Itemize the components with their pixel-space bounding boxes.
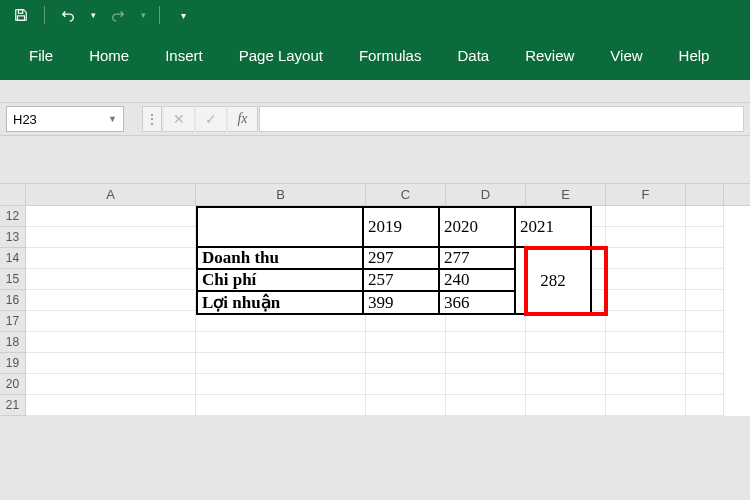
- col-header-b[interactable]: B: [196, 184, 366, 205]
- grid-cell[interactable]: [606, 374, 686, 395]
- grid-cell[interactable]: [686, 290, 724, 311]
- grid-cell[interactable]: [606, 332, 686, 353]
- chevron-down-icon[interactable]: ▼: [108, 114, 117, 124]
- formula-bar-input[interactable]: [259, 106, 744, 132]
- grid-cell[interactable]: [26, 374, 196, 395]
- qat-customize-icon[interactable]: ▾: [170, 2, 196, 28]
- year-header[interactable]: 2020: [439, 207, 515, 247]
- data-cell[interactable]: 257: [363, 269, 439, 291]
- grid-cell[interactable]: [686, 248, 724, 269]
- tab-formulas[interactable]: Formulas: [355, 41, 426, 70]
- row-header[interactable]: 20: [0, 374, 26, 395]
- row-label[interactable]: Chi phí: [197, 269, 363, 291]
- grid-cell[interactable]: [196, 332, 366, 353]
- col-header-e[interactable]: E: [526, 184, 606, 205]
- row-header[interactable]: 21: [0, 395, 26, 416]
- grid-cell[interactable]: [366, 353, 446, 374]
- col-header-a[interactable]: A: [26, 184, 196, 205]
- grid-cell[interactable]: [26, 269, 196, 290]
- grid-cell[interactable]: [526, 353, 606, 374]
- data-cell[interactable]: 277: [439, 247, 515, 269]
- data-cell[interactable]: 399: [363, 291, 439, 314]
- name-box[interactable]: H23 ▼: [6, 106, 124, 132]
- grid-cell[interactable]: [366, 395, 446, 416]
- tab-view[interactable]: View: [606, 41, 646, 70]
- fx-icon[interactable]: fx: [228, 106, 258, 132]
- grid-cell[interactable]: [26, 248, 196, 269]
- grid-cell[interactable]: [526, 374, 606, 395]
- grid-cell[interactable]: [446, 353, 526, 374]
- grid-cell[interactable]: [446, 332, 526, 353]
- grid-cell[interactable]: [446, 374, 526, 395]
- grid-cell[interactable]: [26, 311, 196, 332]
- data-cell[interactable]: 297: [363, 247, 439, 269]
- tab-file[interactable]: File: [25, 41, 57, 70]
- grid-cell[interactable]: [606, 290, 686, 311]
- row-header[interactable]: 17: [0, 311, 26, 332]
- tab-insert[interactable]: Insert: [161, 41, 207, 70]
- grid-cell[interactable]: [686, 332, 724, 353]
- undo-icon[interactable]: [55, 2, 81, 28]
- year-header[interactable]: 2021: [515, 207, 591, 247]
- grid-cell[interactable]: [366, 332, 446, 353]
- col-header-d[interactable]: D: [446, 184, 526, 205]
- col-header-c[interactable]: C: [366, 184, 446, 205]
- grid-cell[interactable]: [26, 395, 196, 416]
- row-header[interactable]: 18: [0, 332, 26, 353]
- tab-review[interactable]: Review: [521, 41, 578, 70]
- undo-dropdown-icon[interactable]: ▾: [87, 2, 99, 28]
- grid-cell[interactable]: [686, 206, 724, 227]
- data-cell[interactable]: 366: [439, 291, 515, 314]
- grid-cell[interactable]: [606, 206, 686, 227]
- grid-cell[interactable]: [196, 395, 366, 416]
- name-box-value: H23: [13, 112, 37, 127]
- grid-cell[interactable]: [366, 374, 446, 395]
- grid-cell[interactable]: [26, 353, 196, 374]
- grid-cell[interactable]: [686, 395, 724, 416]
- grid-cell[interactable]: [606, 248, 686, 269]
- tab-data[interactable]: Data: [453, 41, 493, 70]
- grid-cell[interactable]: [606, 353, 686, 374]
- grid-cell[interactable]: [606, 269, 686, 290]
- redo-dropdown-icon[interactable]: ▾: [137, 2, 149, 28]
- grid-cell[interactable]: [26, 332, 196, 353]
- data-cell[interactable]: 240: [439, 269, 515, 291]
- row-header[interactable]: 15: [0, 269, 26, 290]
- grid-cell[interactable]: [686, 374, 724, 395]
- row-header[interactable]: 13: [0, 227, 26, 248]
- formula-dots[interactable]: ⋮: [142, 106, 162, 132]
- merged-cell-e[interactable]: 282: [515, 247, 591, 314]
- tab-help[interactable]: Help: [675, 41, 714, 70]
- grid-cell[interactable]: [196, 374, 366, 395]
- select-all-corner[interactable]: [0, 184, 26, 205]
- table-corner-cell[interactable]: [197, 207, 363, 247]
- grid-cell[interactable]: [526, 395, 606, 416]
- tab-page-layout[interactable]: Page Layout: [235, 41, 327, 70]
- grid-cell[interactable]: [606, 311, 686, 332]
- tab-home[interactable]: Home: [85, 41, 133, 70]
- col-header-g[interactable]: [686, 184, 724, 205]
- save-icon[interactable]: [8, 2, 34, 28]
- row-label[interactable]: Doanh thu: [197, 247, 363, 269]
- row-label[interactable]: Lợi nhuận: [197, 291, 363, 314]
- grid-cell[interactable]: [26, 290, 196, 311]
- grid-cell[interactable]: [26, 227, 196, 248]
- grid-cell[interactable]: [686, 269, 724, 290]
- grid-cell[interactable]: [606, 227, 686, 248]
- year-header[interactable]: 2019: [363, 207, 439, 247]
- row-header[interactable]: 19: [0, 353, 26, 374]
- row-header[interactable]: 12: [0, 206, 26, 227]
- row-header[interactable]: 14: [0, 248, 26, 269]
- redo-icon[interactable]: [105, 2, 131, 28]
- grid-cell[interactable]: [526, 332, 606, 353]
- grid-cell[interactable]: [606, 395, 686, 416]
- row-header[interactable]: 16: [0, 290, 26, 311]
- grid-cell[interactable]: [686, 227, 724, 248]
- grid-cell[interactable]: [26, 206, 196, 227]
- grid-cell[interactable]: [686, 311, 724, 332]
- grid-cell[interactable]: [686, 353, 724, 374]
- grid-cell[interactable]: [196, 353, 366, 374]
- grid-cell[interactable]: [446, 395, 526, 416]
- col-header-f[interactable]: F: [606, 184, 686, 205]
- spreadsheet-grid[interactable]: A B C D E F 12131415161718192021 2019 20…: [0, 184, 750, 416]
